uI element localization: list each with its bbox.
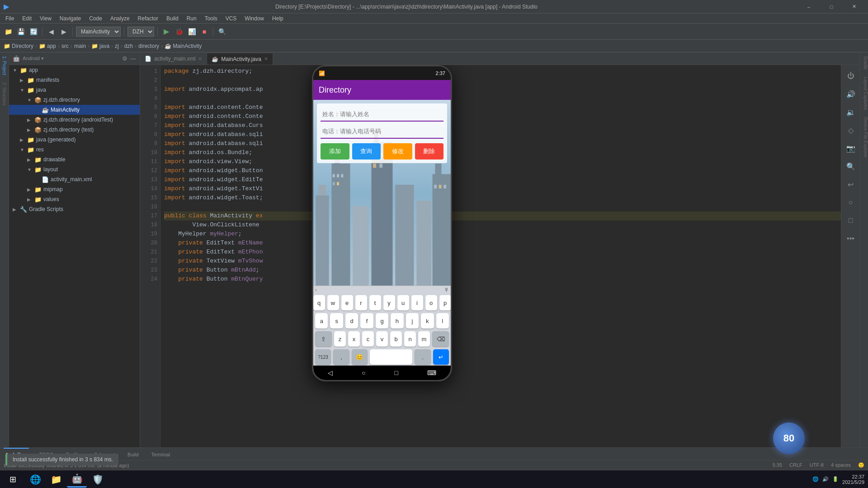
emulator-power[interactable]: ⏻	[844, 69, 858, 83]
emulator-zoom-in[interactable]: 🔍	[844, 159, 858, 174]
key-space[interactable]	[370, 349, 412, 365]
menu-vcs[interactable]: VCS	[222, 14, 241, 23]
breadcrumb-dzh[interactable]: dzh	[124, 43, 133, 49]
tree-mipmap[interactable]: ▶ 📁 mipmap	[9, 184, 140, 194]
tree-package-androidtest[interactable]: ▶ 📦 zj.dzh.directory (androidTest)	[9, 115, 140, 125]
menu-navigate[interactable]: Navigate	[56, 14, 85, 23]
taskbar-android-studio[interactable]: 🤖	[67, 471, 87, 488]
device-dropdown[interactable]: DZH	[127, 27, 154, 37]
breadcrumb-directory[interactable]: 📁 Directory	[4, 43, 33, 49]
emulator-more[interactable]: •••	[844, 231, 858, 246]
nav-home[interactable]: ○	[362, 369, 365, 376]
captures-label[interactable]: Layout Captures	[860, 73, 868, 113]
tab-build[interactable]: Build	[125, 448, 141, 460]
emulator-home[interactable]: ○	[844, 195, 858, 210]
menu-view[interactable]: View	[36, 14, 55, 23]
key-a[interactable]: a	[315, 313, 328, 328]
key-p[interactable]: p	[439, 295, 451, 310]
key-comma[interactable]: ,	[333, 349, 349, 365]
phone-edit-btn[interactable]: 修改	[383, 143, 412, 160]
breadcrumb-java[interactable]: 📁java	[91, 43, 109, 49]
toolbar-open[interactable]: 📁	[3, 26, 14, 37]
tab-mainactivity-java[interactable]: ☕ MainActivity.java ✕	[207, 53, 273, 65]
close-java-tab[interactable]: ✕	[264, 56, 268, 62]
emulator-back[interactable]: ↩	[844, 177, 858, 192]
breadcrumb-src[interactable]: src	[61, 43, 69, 49]
taskbar-browser[interactable]: 🌐	[25, 471, 45, 488]
key-m[interactable]: m	[418, 331, 430, 347]
key-enter[interactable]: ↵	[433, 349, 449, 365]
menu-edit[interactable]: Edit	[19, 14, 35, 23]
tab-activity-main-xml[interactable]: 📄 activity_main.xml ✕	[140, 53, 207, 65]
taskbar-security[interactable]: 🛡️	[88, 471, 108, 488]
key-n[interactable]: n	[404, 331, 416, 347]
toolbar-sync[interactable]: 🔄	[28, 26, 39, 37]
key-period[interactable]: .	[415, 349, 430, 365]
key-d[interactable]: d	[345, 313, 358, 328]
tree-package-test[interactable]: ▶ 📦 zj.dzh.directory (test)	[9, 125, 140, 135]
phone-name-field[interactable]	[321, 107, 443, 122]
tree-package-main[interactable]: ▼ 📦 zj.dzh.directory	[9, 95, 140, 105]
structure-tool-label[interactable]: 2: Structure	[2, 79, 7, 109]
key-y[interactable]: y	[383, 295, 395, 310]
key-s[interactable]: s	[330, 313, 343, 328]
menu-analyze[interactable]: Analyze	[107, 14, 133, 23]
nav-back[interactable]: ◁	[328, 369, 333, 376]
key-l[interactable]: l	[436, 313, 449, 328]
key-x[interactable]: x	[348, 331, 360, 347]
project-tool-label[interactable]: 1: Project	[2, 52, 7, 79]
key-k[interactable]: k	[421, 313, 434, 328]
toolbar-search[interactable]: 🔍	[217, 26, 227, 37]
tree-layout[interactable]: ▼ 📁 layout	[9, 164, 140, 174]
tree-manifests[interactable]: ▶ 📁 manifests	[9, 75, 140, 85]
minimize-button[interactable]: –	[798, 0, 819, 14]
key-j[interactable]: j	[406, 313, 419, 328]
menu-file[interactable]: File	[2, 14, 18, 23]
menu-run[interactable]: Run	[183, 14, 200, 23]
phone-delete-btn[interactable]: 删除	[415, 143, 444, 160]
device-explorer-label[interactable]: Device File Explorer	[860, 113, 868, 161]
toolbar-profile[interactable]: 📊	[186, 26, 197, 37]
key-i[interactable]: i	[411, 295, 423, 310]
key-z[interactable]: z	[334, 331, 346, 347]
menu-refactor[interactable]: Refactor	[134, 14, 162, 23]
gradle-label[interactable]: Gradle	[860, 52, 868, 73]
close-button[interactable]: ✕	[844, 0, 864, 14]
key-g[interactable]: g	[376, 313, 388, 328]
tree-activity-main-xml[interactable]: 📄 activity_main.xml	[9, 174, 140, 184]
taskbar-clock[interactable]: 22:37 2021/5/29	[842, 474, 864, 485]
code-editor[interactable]: package zj.dzh.directory; import android…	[160, 65, 860, 447]
emulator-rotate[interactable]: ◇	[844, 123, 858, 137]
menu-tools[interactable]: Tools	[201, 14, 221, 23]
scope-icon[interactable]: ⚙	[122, 55, 127, 62]
breadcrumb-directory-pkg[interactable]: directory	[138, 43, 159, 49]
key-symbols[interactable]: ?123	[315, 349, 331, 365]
toolbar-debug[interactable]: 🐞	[174, 26, 184, 37]
collapse-icon[interactable]: —	[130, 55, 136, 62]
tree-drawable[interactable]: ▶ 📁 drawable	[9, 155, 140, 164]
toolbar-back[interactable]: ◀	[46, 26, 57, 37]
tree-mainactivity[interactable]: ☕ MainActivity	[9, 105, 140, 115]
key-v[interactable]: v	[376, 331, 388, 347]
key-t[interactable]: t	[369, 295, 381, 310]
close-xml-tab[interactable]: ✕	[198, 56, 202, 62]
key-emoji[interactable]: 😊	[352, 349, 368, 365]
menu-build[interactable]: Build	[163, 14, 182, 23]
tree-java[interactable]: ▼ 📁 java	[9, 85, 140, 95]
emulator-volume-up[interactable]: 🔊	[844, 87, 858, 101]
key-b[interactable]: b	[390, 331, 402, 347]
nav-recents[interactable]: □	[395, 369, 398, 376]
tree-java-generated[interactable]: ▶ 📁 java (generated)	[9, 135, 140, 145]
breadcrumb-app[interactable]: 📁 app	[39, 43, 56, 49]
start-button[interactable]: ⊞	[4, 472, 22, 487]
key-q[interactable]: q	[313, 295, 325, 310]
key-f[interactable]: f	[360, 313, 373, 328]
nav-keyboard[interactable]: ⌨	[427, 369, 436, 376]
run-config-dropdown[interactable]: MainActivity	[76, 27, 121, 37]
key-c[interactable]: c	[362, 331, 374, 347]
key-r[interactable]: r	[355, 295, 367, 310]
breadcrumb-mainactivity[interactable]: ☕ MainActivity	[165, 43, 202, 49]
phone-query-btn[interactable]: 查询	[352, 143, 381, 160]
phone-phone-field[interactable]	[321, 124, 443, 139]
emulator-screenshot[interactable]: 📷	[844, 141, 858, 155]
